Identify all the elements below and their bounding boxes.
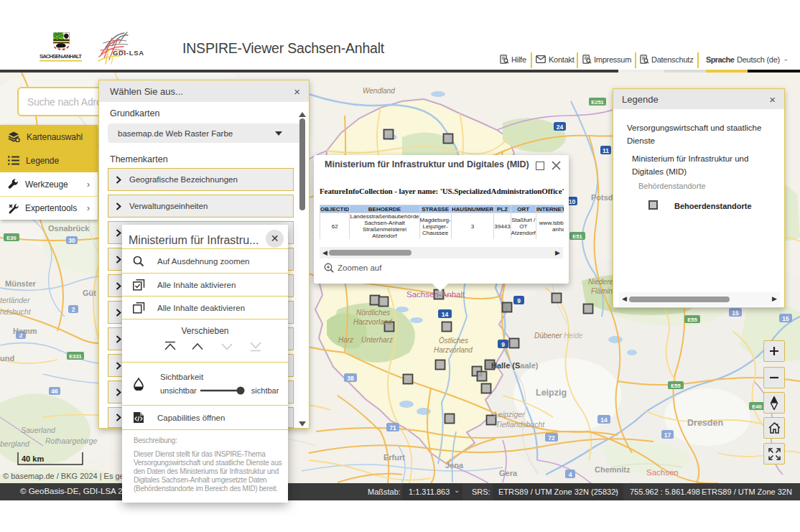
svg-text:Münster: Münster [5, 279, 37, 288]
svg-text:2: 2 [72, 306, 75, 313]
svg-text:Dresden: Dresden [687, 418, 723, 428]
svg-text:15: 15 [732, 309, 739, 317]
svg-text:10: 10 [569, 198, 576, 205]
svg-text:Osnabrück: Osnabrück [48, 224, 90, 233]
svg-text:15: 15 [782, 315, 789, 322]
svg-text:E40: E40 [752, 403, 761, 410]
svg-text:Güt: Güt [83, 289, 96, 297]
svg-text:Chemnitz: Chemnitz [595, 465, 631, 474]
svg-text:Harz: Harz [338, 336, 353, 344]
svg-text:30: 30 [68, 237, 75, 244]
svg-text:40 km: 40 km [22, 454, 44, 463]
svg-text:Jena: Jena [445, 461, 464, 470]
svg-text:46: 46 [51, 388, 58, 395]
svg-text:4: 4 [569, 471, 572, 478]
svg-text:Potsd: Potsd [591, 193, 613, 202]
svg-text:14: 14 [600, 416, 608, 424]
svg-text:Tieflandsbucht: Tieflandsbucht [496, 420, 545, 429]
svg-text:Flämin: Flämin [591, 287, 613, 295]
svg-text:38: 38 [347, 375, 354, 382]
svg-text:Unterharz: Unterharz [361, 336, 393, 344]
svg-text:E51: E51 [572, 233, 582, 240]
svg-text:Sauerland: Sauerland [21, 426, 56, 434]
svg-text:9: 9 [517, 297, 521, 304]
svg-text:und: und [0, 354, 14, 363]
svg-text:Halle (Saale): Halle (Saale) [491, 361, 539, 370]
svg-text:Harzvorland: Harzvorland [353, 318, 392, 326]
svg-text:Rothaargebirge: Rothaargebirge [45, 437, 98, 445]
svg-text:© basemap.de / BKG 2024 | Es g: © basemap.de / BKG 2024 | Es gelten [3, 472, 136, 480]
svg-text:E30: E30 [6, 235, 16, 241]
svg-text:Dübener Heide: Dübener Heide [534, 332, 583, 340]
svg-text:11: 11 [603, 147, 609, 154]
svg-text:ndsbucht: ndsbucht [0, 307, 32, 316]
svg-text:17: 17 [664, 431, 671, 439]
svg-text:Harzvorland: Harzvorland [434, 346, 473, 354]
svg-text:Hamm: Hamm [13, 327, 37, 335]
svg-text:E55: E55 [687, 317, 697, 323]
svg-text:24: 24 [557, 123, 564, 131]
svg-text:terländer: terländer [0, 296, 30, 304]
svg-text:Niedere: Niedere [588, 278, 613, 286]
svg-text:Wendland: Wendland [363, 87, 395, 95]
svg-text:E55: E55 [671, 383, 680, 389]
svg-text:E331: E331 [69, 353, 82, 360]
svg-text:Sachsen: Sachsen [646, 468, 679, 477]
svg-text:Nördliches: Nördliches [356, 309, 390, 317]
svg-text:bergland: bergland [0, 439, 30, 448]
svg-text:Gera: Gera [499, 469, 518, 477]
svg-text:71: 71 [389, 424, 396, 431]
svg-text:Leipzig: Leipzig [536, 388, 567, 398]
svg-text:Östliches: Östliches [439, 337, 468, 345]
svg-text:14: 14 [442, 311, 449, 318]
svg-text:Leipziger: Leipziger [494, 410, 525, 419]
svg-text:Erfurt: Erfurt [383, 453, 405, 462]
svg-text:72: 72 [548, 434, 555, 442]
svg-text:9: 9 [501, 341, 505, 348]
svg-text:E251: E251 [591, 99, 604, 106]
